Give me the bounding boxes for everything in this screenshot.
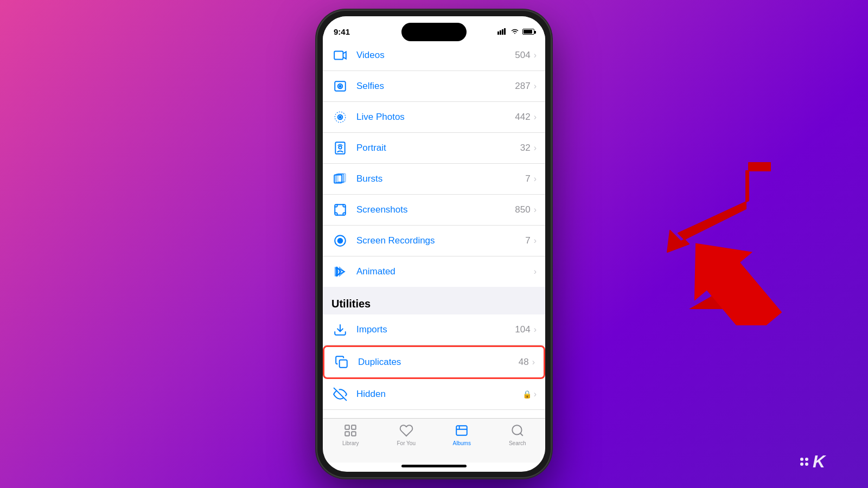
library-tab-label: Library — [342, 440, 359, 446]
screenshots-chevron: › — [534, 205, 537, 215]
tab-bar: Library For You — [323, 418, 545, 463]
svg-rect-4 — [334, 51, 343, 59]
list-item-duplicates[interactable]: Duplicates 48 › — [323, 345, 545, 379]
selfie-icon — [331, 78, 349, 95]
bursts-label: Bursts — [356, 174, 525, 184]
time-display: 9:41 — [334, 27, 350, 36]
imports-chevron: › — [534, 325, 537, 335]
svg-rect-11 — [335, 142, 344, 154]
for-you-tab-label: For You — [397, 440, 416, 446]
list-item-portrait[interactable]: Portrait 32 › — [323, 133, 545, 164]
duplicates-icon — [333, 354, 350, 371]
svg-point-12 — [339, 146, 341, 149]
live-photos-count: 442 — [515, 112, 530, 123]
duplicates-count: 48 — [519, 357, 529, 368]
duplicates-chevron: › — [532, 357, 535, 367]
list-item-recently-deleted[interactable]: Recently Deleted 🔒 › — [323, 410, 545, 418]
live-photos-chevron: › — [534, 112, 537, 122]
dynamic-island — [401, 23, 467, 41]
for-you-tab-icon — [399, 423, 414, 438]
albums-tab-icon — [454, 423, 469, 438]
live-photos-label: Live Photos — [356, 112, 515, 123]
selfies-chevron: › — [534, 81, 537, 91]
portrait-label: Portrait — [356, 143, 520, 153]
portrait-count: 32 — [520, 143, 531, 153]
signal-icon — [497, 28, 507, 35]
list-item-screenshots[interactable]: Screenshots 850 › — [323, 195, 545, 226]
svg-rect-1 — [500, 30, 501, 35]
livephoto-icon — [331, 108, 349, 126]
videos-count: 504 — [515, 50, 530, 61]
list-item-animated[interactable]: Animated › — [323, 256, 545, 287]
list-item-screen-recordings[interactable]: Screen Recordings 7 › — [323, 226, 545, 256]
status-icons — [497, 28, 534, 35]
bursts-chevron: › — [534, 174, 537, 184]
list-item-live-photos[interactable]: Live Photos 442 › — [323, 102, 545, 133]
tab-library[interactable]: Library — [323, 423, 379, 446]
videos-label: Videos — [356, 50, 515, 61]
imports-label: Imports — [356, 324, 515, 335]
animated-label: Animated — [356, 266, 531, 277]
portrait-chevron: › — [534, 143, 537, 153]
screen-recordings-chevron: › — [534, 236, 537, 246]
bursts-icon — [331, 170, 349, 188]
screenshots-count: 850 — [515, 204, 530, 215]
bursts-count: 7 — [525, 174, 530, 184]
imports-icon — [331, 321, 349, 338]
list-item-videos[interactable]: Videos 504 › — [323, 40, 545, 71]
phone-device: 9:41 — [317, 11, 551, 477]
svg-rect-0 — [497, 31, 499, 35]
phone-screen: 9:41 — [323, 16, 545, 472]
tab-search[interactable]: Search — [490, 423, 546, 446]
list-item-imports[interactable]: Imports 104 › — [323, 314, 545, 345]
svg-line-31 — [520, 433, 523, 436]
svg-rect-29 — [457, 426, 468, 435]
video-icon — [331, 47, 349, 64]
list-item-bursts[interactable]: Bursts 7 › — [323, 164, 545, 195]
duplicates-label: Duplicates — [358, 357, 519, 368]
hidden-lock-icon: 🔒 — [522, 390, 532, 399]
battery-icon — [522, 29, 534, 35]
selfies-label: Selfies — [356, 81, 515, 92]
svg-rect-25 — [346, 425, 350, 429]
hidden-chevron: › — [534, 389, 537, 399]
trash-icon — [331, 416, 349, 418]
svg-rect-3 — [504, 28, 506, 35]
power-button — [551, 117, 553, 165]
svg-rect-26 — [352, 425, 356, 429]
portrait-icon — [331, 139, 349, 157]
screenshot-icon — [331, 201, 349, 219]
hidden-icon — [331, 386, 349, 403]
svg-rect-16 — [335, 204, 346, 215]
svg-point-9 — [339, 116, 341, 118]
wifi-icon — [510, 28, 519, 35]
svg-rect-27 — [346, 432, 350, 436]
screen-recording-icon — [331, 232, 349, 249]
screenshots-label: Screenshots — [356, 204, 515, 215]
home-indicator — [401, 465, 467, 467]
utilities-header: Utilities — [323, 287, 545, 314]
knowtechie-logo: K — [800, 452, 825, 472]
scroll-content[interactable]: Videos 504 › Selfies — [323, 40, 545, 418]
tab-albums[interactable]: Albums — [434, 423, 490, 446]
animated-icon — [331, 263, 349, 280]
svg-point-18 — [338, 239, 343, 243]
tab-for-you[interactable]: For You — [379, 423, 435, 446]
list-item-hidden[interactable]: Hidden 🔒 › — [323, 379, 545, 410]
screen-recordings-count: 7 — [525, 235, 530, 246]
svg-point-30 — [512, 425, 521, 434]
selfies-count: 287 — [515, 81, 530, 92]
svg-rect-21 — [340, 360, 347, 368]
list-item-selfies[interactable]: Selfies 287 › — [323, 71, 545, 102]
svg-rect-2 — [502, 29, 503, 35]
media-types-list: Videos 504 › Selfies — [323, 40, 545, 287]
library-tab-icon — [343, 423, 358, 438]
svg-point-7 — [339, 85, 341, 87]
svg-rect-14 — [336, 174, 343, 182]
search-tab-icon — [510, 423, 525, 438]
animated-chevron: › — [534, 267, 537, 277]
screen-recordings-label: Screen Recordings — [356, 235, 525, 246]
search-tab-label: Search — [509, 440, 526, 446]
utilities-list: Imports 104 › Duplicates 48 — [323, 314, 545, 418]
imports-count: 104 — [515, 324, 530, 335]
